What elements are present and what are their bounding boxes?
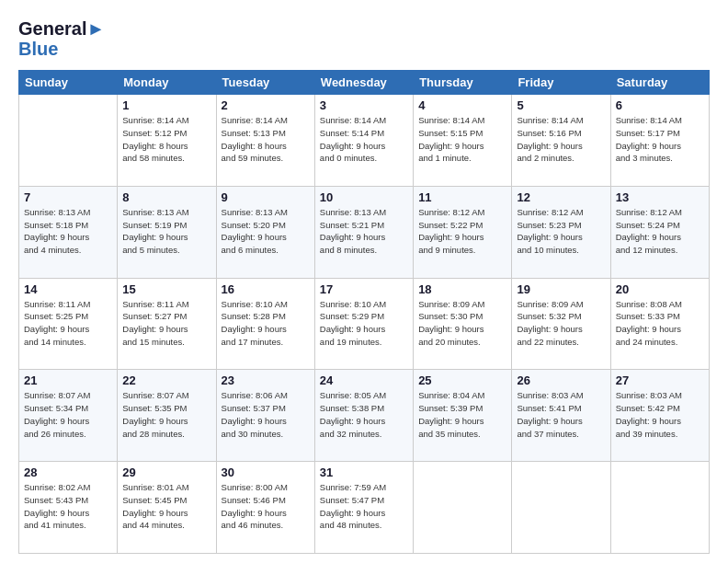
day-number: 29 (122, 465, 210, 479)
day-number: 4 (418, 98, 506, 112)
calendar-cell: 3Sunrise: 8:14 AMSunset: 5:14 PMDaylight… (314, 95, 413, 187)
day-number: 5 (517, 98, 605, 112)
calendar-cell: 5Sunrise: 8:14 AMSunset: 5:16 PMDaylight… (512, 95, 610, 187)
day-info: Sunrise: 7:59 AMSunset: 5:47 PMDaylight:… (320, 481, 408, 532)
calendar-cell: 28Sunrise: 8:02 AMSunset: 5:43 PMDayligh… (19, 462, 118, 554)
day-number: 26 (517, 373, 605, 387)
weekday-header-friday: Friday (512, 71, 610, 95)
day-number: 28 (24, 465, 112, 479)
day-number: 19 (517, 282, 605, 296)
weekday-header-tuesday: Tuesday (216, 71, 314, 95)
weekday-header-saturday: Saturday (610, 71, 709, 95)
calendar-cell (19, 95, 118, 187)
calendar-cell: 30Sunrise: 8:00 AMSunset: 5:46 PMDayligh… (216, 462, 314, 554)
logo-text-blue: Blue (18, 39, 105, 59)
day-info: Sunrise: 8:14 AMSunset: 5:13 PMDaylight:… (222, 114, 310, 165)
day-info: Sunrise: 8:13 AMSunset: 5:19 PMDaylight:… (122, 206, 210, 257)
day-info: Sunrise: 8:10 AMSunset: 5:29 PMDaylight:… (320, 298, 408, 349)
calendar-cell: 7Sunrise: 8:13 AMSunset: 5:18 PMDaylight… (19, 186, 118, 278)
day-number: 7 (24, 190, 112, 204)
day-number: 25 (418, 373, 506, 387)
day-info: Sunrise: 8:11 AMSunset: 5:27 PMDaylight:… (122, 298, 210, 349)
calendar-cell: 22Sunrise: 8:07 AMSunset: 5:35 PMDayligh… (118, 370, 216, 462)
day-number: 27 (616, 373, 704, 387)
day-number: 3 (320, 98, 408, 112)
weekday-header-thursday: Thursday (414, 71, 512, 95)
calendar-cell: 20Sunrise: 8:08 AMSunset: 5:33 PMDayligh… (610, 278, 709, 370)
weekday-header-monday: Monday (118, 71, 216, 95)
calendar-cell: 17Sunrise: 8:10 AMSunset: 5:29 PMDayligh… (314, 278, 413, 370)
day-number: 21 (24, 373, 112, 387)
day-number: 1 (122, 98, 210, 112)
calendar-cell: 4Sunrise: 8:14 AMSunset: 5:15 PMDaylight… (414, 95, 512, 187)
calendar-cell: 31Sunrise: 7:59 AMSunset: 5:47 PMDayligh… (314, 462, 413, 554)
calendar-cell: 27Sunrise: 8:03 AMSunset: 5:42 PMDayligh… (610, 370, 709, 462)
calendar-cell (610, 462, 709, 554)
day-number: 23 (222, 373, 310, 387)
calendar-cell: 9Sunrise: 8:13 AMSunset: 5:20 PMDaylight… (216, 186, 314, 278)
day-info: Sunrise: 8:12 AMSunset: 5:24 PMDaylight:… (616, 206, 704, 257)
calendar-page: General► Blue SundayMondayTuesdayWednesd… (0, 0, 728, 563)
day-info: Sunrise: 8:01 AMSunset: 5:45 PMDaylight:… (122, 481, 210, 532)
day-number: 11 (418, 190, 506, 204)
day-info: Sunrise: 8:07 AMSunset: 5:34 PMDaylight:… (24, 389, 112, 440)
day-number: 24 (320, 373, 408, 387)
calendar-cell (414, 462, 512, 554)
header: General► Blue (18, 18, 710, 59)
day-number: 12 (517, 190, 605, 204)
logo-text: General► (18, 18, 105, 39)
day-info: Sunrise: 8:10 AMSunset: 5:28 PMDaylight:… (222, 298, 310, 349)
day-number: 2 (222, 98, 310, 112)
day-number: 10 (320, 190, 408, 204)
day-number: 17 (320, 282, 408, 296)
day-number: 9 (222, 190, 310, 204)
weekday-header-wednesday: Wednesday (314, 71, 413, 95)
day-number: 20 (616, 282, 704, 296)
calendar-cell: 12Sunrise: 8:12 AMSunset: 5:23 PMDayligh… (512, 186, 610, 278)
day-number: 6 (616, 98, 704, 112)
day-number: 30 (222, 465, 310, 479)
day-info: Sunrise: 8:12 AMSunset: 5:23 PMDaylight:… (517, 206, 605, 257)
day-info: Sunrise: 8:13 AMSunset: 5:21 PMDaylight:… (320, 206, 408, 257)
calendar-cell: 15Sunrise: 8:11 AMSunset: 5:27 PMDayligh… (118, 278, 216, 370)
day-number: 15 (122, 282, 210, 296)
day-info: Sunrise: 8:03 AMSunset: 5:41 PMDaylight:… (517, 389, 605, 440)
day-info: Sunrise: 8:14 AMSunset: 5:12 PMDaylight:… (122, 114, 210, 165)
day-info: Sunrise: 8:13 AMSunset: 5:18 PMDaylight:… (24, 206, 112, 257)
day-number: 16 (222, 282, 310, 296)
day-info: Sunrise: 8:13 AMSunset: 5:20 PMDaylight:… (222, 206, 310, 257)
calendar-cell: 19Sunrise: 8:09 AMSunset: 5:32 PMDayligh… (512, 278, 610, 370)
day-info: Sunrise: 8:02 AMSunset: 5:43 PMDaylight:… (24, 481, 112, 532)
calendar-cell: 24Sunrise: 8:05 AMSunset: 5:38 PMDayligh… (314, 370, 413, 462)
day-info: Sunrise: 8:07 AMSunset: 5:35 PMDaylight:… (122, 389, 210, 440)
day-info: Sunrise: 8:09 AMSunset: 5:32 PMDaylight:… (517, 298, 605, 349)
calendar-cell: 13Sunrise: 8:12 AMSunset: 5:24 PMDayligh… (610, 186, 709, 278)
day-info: Sunrise: 8:12 AMSunset: 5:22 PMDaylight:… (418, 206, 506, 257)
calendar-cell: 29Sunrise: 8:01 AMSunset: 5:45 PMDayligh… (118, 462, 216, 554)
calendar-cell: 26Sunrise: 8:03 AMSunset: 5:41 PMDayligh… (512, 370, 610, 462)
calendar-cell: 6Sunrise: 8:14 AMSunset: 5:17 PMDaylight… (610, 95, 709, 187)
calendar-cell: 16Sunrise: 8:10 AMSunset: 5:28 PMDayligh… (216, 278, 314, 370)
day-info: Sunrise: 8:04 AMSunset: 5:39 PMDaylight:… (418, 389, 506, 440)
logo: General► Blue (18, 18, 105, 59)
calendar-cell: 8Sunrise: 8:13 AMSunset: 5:19 PMDaylight… (118, 186, 216, 278)
weekday-header-sunday: Sunday (19, 71, 118, 95)
day-info: Sunrise: 8:05 AMSunset: 5:38 PMDaylight:… (320, 389, 408, 440)
calendar-cell: 18Sunrise: 8:09 AMSunset: 5:30 PMDayligh… (414, 278, 512, 370)
calendar-cell: 21Sunrise: 8:07 AMSunset: 5:34 PMDayligh… (19, 370, 118, 462)
day-number: 18 (418, 282, 506, 296)
day-number: 31 (320, 465, 408, 479)
calendar-cell: 1Sunrise: 8:14 AMSunset: 5:12 PMDaylight… (118, 95, 216, 187)
day-info: Sunrise: 8:03 AMSunset: 5:42 PMDaylight:… (616, 389, 704, 440)
day-info: Sunrise: 8:00 AMSunset: 5:46 PMDaylight:… (222, 481, 310, 532)
calendar-cell: 2Sunrise: 8:14 AMSunset: 5:13 PMDaylight… (216, 95, 314, 187)
calendar-cell: 14Sunrise: 8:11 AMSunset: 5:25 PMDayligh… (19, 278, 118, 370)
calendar-cell: 25Sunrise: 8:04 AMSunset: 5:39 PMDayligh… (414, 370, 512, 462)
calendar-cell: 11Sunrise: 8:12 AMSunset: 5:22 PMDayligh… (414, 186, 512, 278)
day-info: Sunrise: 8:14 AMSunset: 5:15 PMDaylight:… (418, 114, 506, 165)
day-number: 22 (122, 373, 210, 387)
day-info: Sunrise: 8:14 AMSunset: 5:16 PMDaylight:… (517, 114, 605, 165)
day-number: 14 (24, 282, 112, 296)
day-number: 13 (616, 190, 704, 204)
day-info: Sunrise: 8:11 AMSunset: 5:25 PMDaylight:… (24, 298, 112, 349)
